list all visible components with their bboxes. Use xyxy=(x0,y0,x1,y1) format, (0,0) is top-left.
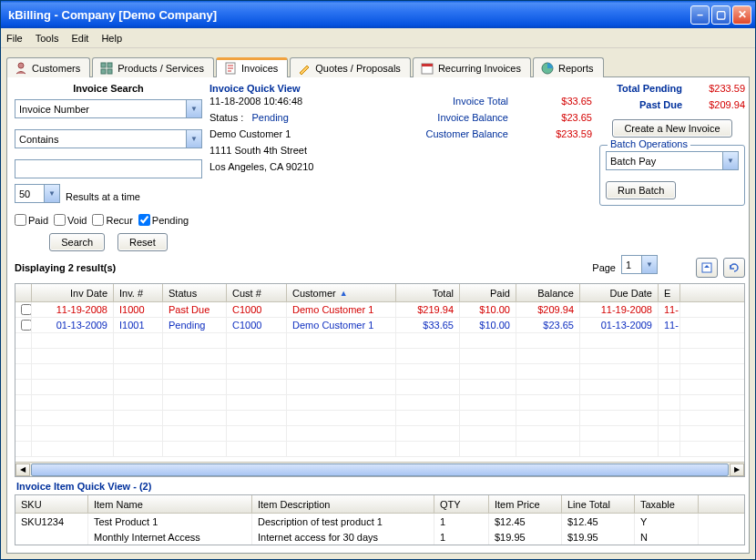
tab-label: Customers xyxy=(32,63,80,74)
scroll-thumb[interactable] xyxy=(31,463,729,476)
table-row[interactable]: 11-19-2008I1000Past DueC1000Demo Custome… xyxy=(15,302,744,318)
search-value-input[interactable] xyxy=(15,159,202,178)
summary-column: Total Pending $233.59 Past Due $209.94 C… xyxy=(599,83,745,251)
table-row xyxy=(15,364,744,380)
table-row[interactable]: 01-13-2009I1001PendingC1000Demo Customer… xyxy=(15,318,744,333)
col-customer[interactable]: Customer▲ xyxy=(287,284,396,301)
calendar-icon xyxy=(421,62,434,75)
tab-quotes[interactable]: Quotes / Proposals xyxy=(290,57,411,77)
qv-balance-label: Invoice Balance xyxy=(410,112,519,123)
horizontal-scrollbar[interactable]: ◀ ▶ xyxy=(15,462,744,476)
search-field-select[interactable] xyxy=(15,99,202,118)
window-title: kBilling - Company [Demo Company] xyxy=(8,8,690,22)
pie-icon xyxy=(541,62,554,75)
create-invoice-button[interactable]: Create a New Invoice xyxy=(612,119,731,137)
search-column: Invoice Search ▼ ▼ ▼ Results at a time xyxy=(15,83,202,251)
batch-legend: Batch Operations xyxy=(608,138,690,149)
col-qty[interactable]: QTY xyxy=(434,495,489,513)
tab-recurring[interactable]: Recurring Invoices xyxy=(413,57,531,77)
scroll-right-icon[interactable]: ▶ xyxy=(730,463,744,476)
col-invno[interactable]: Inv. # xyxy=(114,284,163,301)
item-grid-body: SKU1234Test Product 1Description of test… xyxy=(15,514,744,545)
svg-rect-7 xyxy=(422,64,433,66)
col-balance[interactable]: Balance xyxy=(516,284,580,301)
batch-select[interactable] xyxy=(606,151,739,170)
tab-customers[interactable]: Customers xyxy=(6,57,90,77)
tab-label: Reports xyxy=(558,63,594,74)
total-pending-value: $233.59 xyxy=(691,83,745,94)
item-grid: SKU Item Name Item Description QTY Item … xyxy=(15,494,745,545)
grid-body: 11-19-2008I1000Past DueC1000Demo Custome… xyxy=(15,302,744,462)
col-item-name[interactable]: Item Name xyxy=(88,495,252,513)
col-duedate[interactable]: Due Date xyxy=(580,284,659,301)
check-pending[interactable]: Pending xyxy=(138,214,189,226)
page-select[interactable] xyxy=(621,255,658,274)
table-row xyxy=(15,411,744,426)
qv-address-line1: 1111 South 4th Street xyxy=(209,145,410,156)
qv-custbal-label: Customer Balance xyxy=(410,128,519,139)
qv-balance-value: $23.65 xyxy=(519,112,592,123)
col-extra[interactable]: E xyxy=(659,284,680,301)
search-op-select[interactable] xyxy=(15,129,202,148)
qv-datetime: 11-18-2008 10:46:48 xyxy=(209,96,410,107)
col-invdate[interactable]: Inv Date xyxy=(32,284,114,301)
minimize-button[interactable]: – xyxy=(690,5,710,25)
table-row xyxy=(15,349,744,364)
menu-tools[interactable]: Tools xyxy=(36,33,59,44)
menubar: File Tools Edit Help xyxy=(1,28,755,48)
col-status[interactable]: Status xyxy=(163,284,227,301)
col-checkbox[interactable] xyxy=(15,284,32,301)
col-paid[interactable]: Paid xyxy=(460,284,516,301)
quick-view-title: Invoice Quick View xyxy=(209,83,592,94)
check-void[interactable]: Void xyxy=(54,214,87,226)
export-button[interactable] xyxy=(696,258,718,278)
svg-rect-2 xyxy=(107,63,112,67)
maximize-button[interactable]: ▢ xyxy=(711,5,730,25)
col-total[interactable]: Total xyxy=(396,284,460,301)
col-taxable[interactable]: Taxable xyxy=(635,495,699,513)
table-row[interactable]: SKU1234Test Product 1Description of test… xyxy=(15,514,744,529)
tab-reports[interactable]: Reports xyxy=(533,57,604,77)
app-window: kBilling - Company [Demo Company] – ▢ ✕ … xyxy=(0,0,756,560)
tab-invoices[interactable]: Invoices xyxy=(216,57,288,77)
results-limit-select[interactable] xyxy=(15,184,60,203)
window-controls: – ▢ ✕ xyxy=(690,5,751,25)
table-row xyxy=(15,442,744,457)
col-sku[interactable]: SKU xyxy=(15,495,88,513)
menu-edit[interactable]: Edit xyxy=(71,33,88,44)
run-batch-button[interactable]: Run Batch xyxy=(606,181,676,199)
pencil-icon xyxy=(298,62,311,75)
qv-status: Status : Pending xyxy=(209,112,410,123)
tab-products[interactable]: Products / Services xyxy=(92,57,214,77)
qv-total-value: $33.65 xyxy=(519,96,592,107)
item-qv-title: Invoice Item Quick View - (2) xyxy=(16,481,745,492)
col-item-desc[interactable]: Item Description xyxy=(252,495,434,513)
results-section: Displaying 2 result(s) Page ▼ xyxy=(15,251,745,477)
person-icon xyxy=(15,62,27,75)
past-due-label: Past Due xyxy=(599,99,682,110)
menu-file[interactable]: File xyxy=(6,33,23,44)
close-button[interactable]: ✕ xyxy=(732,5,751,25)
check-recur[interactable]: Recur xyxy=(92,214,132,226)
table-row[interactable]: Monthly Internet AccessInternet access f… xyxy=(15,529,744,545)
scroll-left-icon[interactable]: ◀ xyxy=(15,463,30,476)
check-paid[interactable]: Paid xyxy=(15,214,48,226)
grid-icon xyxy=(100,62,113,75)
reset-button[interactable]: Reset xyxy=(117,233,168,251)
batch-operations: Batch Operations ▼ Run Batch xyxy=(599,145,745,206)
grid-header: Inv Date Inv. # Status Cust # Customer▲ … xyxy=(15,284,744,302)
refresh-button[interactable] xyxy=(723,258,745,278)
content-area: Customers Products / Services Invoices Q… xyxy=(1,48,755,559)
table-row xyxy=(15,426,744,442)
invoice-grid: Inv Date Inv. # Status Cust # Customer▲ … xyxy=(15,283,745,477)
col-custno[interactable]: Cust # xyxy=(227,284,287,301)
results-limit-label: Results at a time xyxy=(66,191,140,202)
qv-total-label: Invoice Total xyxy=(410,96,519,107)
col-line-total[interactable]: Line Total xyxy=(562,495,635,513)
search-button[interactable]: Search xyxy=(49,233,105,251)
menu-help[interactable]: Help xyxy=(101,33,122,44)
past-due-value: $209.94 xyxy=(691,99,745,110)
svg-rect-4 xyxy=(107,69,112,74)
svg-rect-1 xyxy=(101,63,106,67)
col-item-price[interactable]: Item Price xyxy=(489,495,562,513)
